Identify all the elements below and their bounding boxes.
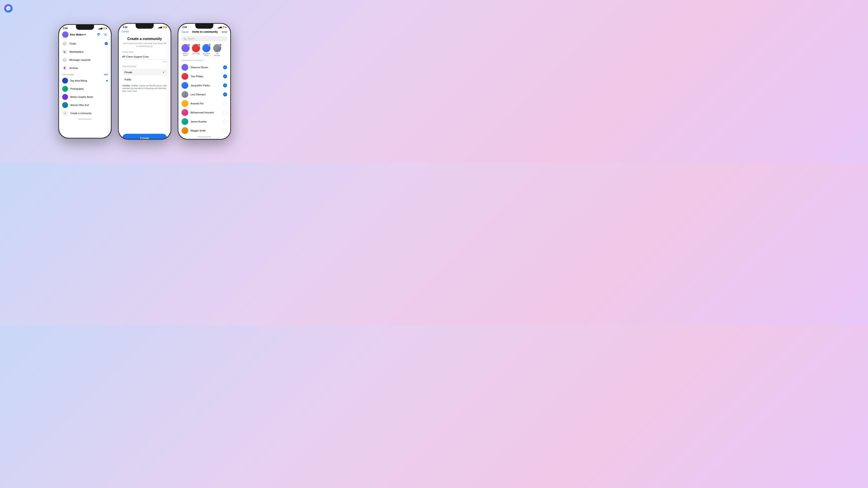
search-icon: 🔍 (184, 38, 186, 40)
marketplace-icon: 🏪 (62, 49, 67, 54)
ananda-pal-check[interactable] (223, 101, 227, 105)
shannon-brown-check[interactable]: ✓ (223, 65, 227, 69)
choose-privacy-label: Choose privacy (122, 65, 167, 68)
signal-icon: ▂▄▆ (98, 27, 102, 29)
motion-graphic-bests-avatar (62, 94, 68, 100)
status-time-1: 2:04 (63, 27, 68, 30)
selected-jacqueline-farley: ✕ Jacqueline Farley (202, 44, 211, 57)
create-community-icon: + (62, 110, 68, 116)
friend-ananda-pal[interactable]: Ananda Pal (178, 99, 230, 108)
remove-jacqueline-button[interactable]: ✕ (208, 43, 211, 46)
messenger-logo (4, 4, 13, 13)
create-community-subtitle: You'll create your first community chat … (122, 42, 167, 48)
maggie-smith-check[interactable] (223, 129, 227, 133)
phones-container: 2:04 ▂▄▆ 📶 ▮ Alex Walker ▾ (54, 0, 236, 163)
friend-tina-philips[interactable]: Tina Philips ✓ (178, 72, 230, 81)
selected-leni-name: Leni Sitompul (213, 53, 222, 57)
leni-sitompul-check[interactable]: ✓ (223, 92, 227, 96)
selected-leni-avatar: ✕ (213, 44, 221, 52)
chats-label: Chats (69, 42, 102, 45)
privacy-private-check: ✓ (163, 71, 165, 74)
invite-send-button[interactable]: Send (222, 31, 227, 33)
status-icons-2: ▂▄▆ 📶 ▮ (158, 26, 166, 28)
invite-cancel-button[interactable]: Cancel (182, 31, 188, 33)
remove-tina-button[interactable]: ✕ (198, 43, 200, 46)
friend-jacqueline-farley[interactable]: Jacqueline Farley ✓ (178, 81, 230, 90)
archive-label: Archive (69, 67, 108, 69)
privacy-option-private[interactable]: Private ✓ (122, 69, 167, 75)
community-motion-graphic-bests[interactable]: Motion Graphic Bests (59, 93, 111, 101)
learn-more-link[interactable]: Learn more (127, 90, 137, 92)
remove-leni-button[interactable]: ✕ (219, 43, 222, 46)
invite-search-bar[interactable]: 🔍 Search (181, 36, 227, 41)
friend-maggie-smith[interactable]: Maggie Smith (178, 126, 230, 135)
communities-header: Communities Edit (59, 72, 111, 76)
maggie-smith-avatar (182, 127, 188, 134)
women-who-surf-avatar (62, 102, 68, 108)
jacqueline-farley-avatar (182, 82, 188, 89)
motion-graphic-bests-name: Motion Graphic Bests (70, 96, 108, 98)
selected-tina-name: Tina Philips (192, 53, 200, 55)
jacqueline-farley-check[interactable]: ✓ (223, 84, 227, 88)
marketplace-label: Marketplace (69, 51, 108, 53)
user-avatar (62, 31, 68, 38)
photography-name: Photography (70, 88, 108, 90)
phone3-header: Cancel Invite to community Send (178, 29, 230, 35)
selected-jacqueline-name: Jacqueline Farley (202, 53, 211, 57)
friend-leni-sitompul[interactable]: Leni Sitompul ✓ (178, 90, 230, 99)
nav-item-marketplace[interactable]: 🏪 Marketplace (59, 48, 111, 56)
wifi-icon: 📶 (103, 27, 105, 29)
nav-item-chats[interactable]: 💬 Chats 1 (59, 39, 111, 48)
battery-icon-2: ▮ (166, 26, 166, 28)
wifi-icon-2: 📶 (163, 26, 165, 28)
selected-leni-sitompul: ✕ Leni Sitompul (213, 44, 222, 57)
communities-edit-button[interactable]: Edit (104, 73, 108, 76)
create-community-label: Create a community (70, 112, 108, 115)
create-cancel-button[interactable]: Cancel (122, 30, 129, 33)
compose-icon[interactable] (103, 32, 108, 37)
battery-icon-3: ▮ (225, 26, 226, 28)
signal-icon-2: ▂▄▆ (158, 26, 162, 28)
remove-shannon-button[interactable]: ✕ (187, 43, 190, 46)
suggested-friends-label: SUGGESTED FRIENDS (178, 59, 230, 63)
friend-james-acaster[interactable]: James Acaster (178, 117, 230, 126)
tina-philips-check[interactable]: ✓ (223, 74, 227, 78)
phone-3: 2:04 ▂▄▆ 📶 ▮ Cancel Invite to community … (178, 23, 231, 140)
shannon-brown-name: Shannon Brown (190, 66, 221, 69)
james-acaster-avatar (182, 118, 188, 125)
james-acaster-check[interactable] (223, 120, 227, 124)
photography-avatar (62, 86, 68, 92)
search-placeholder: Search (188, 37, 195, 40)
user-info[interactable]: Alex Walker ▾ (62, 31, 86, 38)
message-requests-label: Message requests (69, 59, 108, 61)
communities-label: Communities (62, 73, 74, 76)
nav-item-archive[interactable]: 🗄 Archive (59, 64, 111, 72)
nav-item-message-requests[interactable]: 💭 Message requests (59, 56, 111, 64)
create-button[interactable]: Create (122, 134, 167, 139)
message-requests-icon: 💭 (62, 57, 67, 62)
chats-icon: 💬 (62, 41, 67, 46)
privacy-option-public[interactable]: Public (122, 76, 167, 83)
selected-jacqueline-avatar: ✕ (202, 44, 210, 52)
user-name-dropdown[interactable]: Alex Walker ▾ (70, 33, 86, 36)
community-bay-area-biking[interactable]: Bay Area Biking (59, 76, 111, 85)
create-community-title: Create a community (122, 37, 167, 41)
notch-1 (76, 25, 94, 30)
selected-tina-avatar: ✕ (192, 44, 200, 52)
settings-icon[interactable] (96, 32, 101, 37)
friend-shannon-brown[interactable]: Shannon Brown ✓ (178, 63, 230, 72)
community-photography[interactable]: Photography (59, 85, 111, 93)
women-who-surf-name: Women Who Surf (70, 104, 108, 106)
community-women-who-surf[interactable]: Women Who Surf (59, 101, 111, 109)
maggie-smith-name: Maggie Smith (190, 129, 221, 132)
create-community-item[interactable]: + Create a community (59, 109, 111, 117)
tina-philips-avatar (182, 73, 188, 80)
mohammad-hosseini-check[interactable] (223, 110, 227, 115)
group-name-label: Group name (122, 51, 167, 53)
group-name-input[interactable]: AP Chem Support Crew (122, 54, 167, 60)
leni-sitompul-avatar (182, 91, 188, 98)
bay-area-biking-name: Bay Area Biking (70, 79, 104, 82)
status-icons-1: ▂▄▆ 📶 ▮ (98, 27, 107, 29)
phone2-content: Create a community You'll create your fi… (119, 35, 170, 139)
friend-mohammad-hosseini[interactable]: Mohammad Hosseini (178, 108, 230, 117)
